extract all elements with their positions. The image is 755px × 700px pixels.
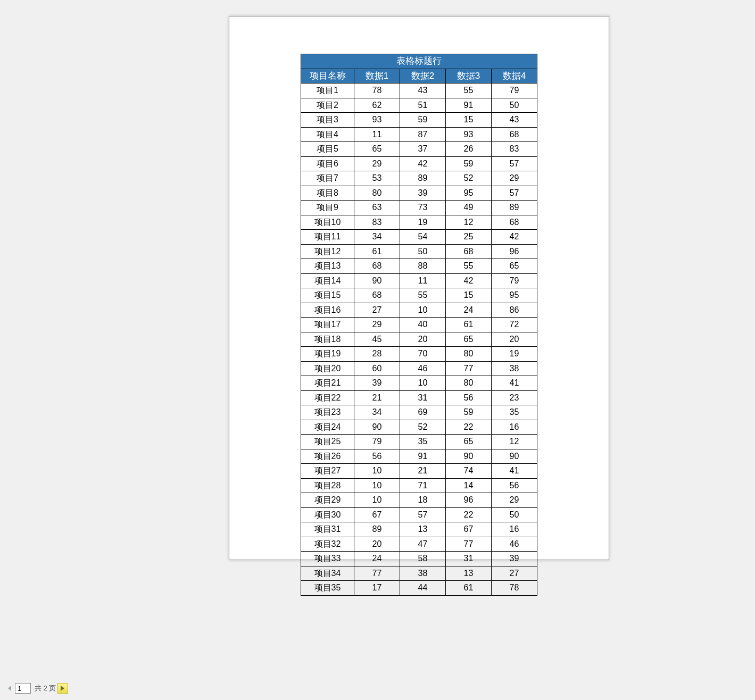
row-name-cell: 项目27	[301, 464, 354, 479]
table-row: 项目3517446178	[301, 581, 537, 596]
table-row: 项目2710217441	[301, 464, 537, 479]
row-name-cell: 项目18	[301, 332, 354, 347]
row-data-cell: 20	[492, 332, 537, 347]
row-data-cell: 77	[446, 361, 492, 376]
row-data-cell: 16	[492, 522, 537, 537]
row-data-cell: 29	[354, 156, 400, 171]
table-row: 项目2656919090	[301, 449, 537, 464]
table-row: 项目1261506896	[301, 244, 537, 259]
row-data-cell: 13	[446, 566, 492, 581]
row-data-cell: 52	[446, 171, 492, 186]
row-data-cell: 62	[354, 98, 400, 113]
row-data-cell: 19	[492, 347, 537, 362]
svg-marker-0	[8, 686, 11, 691]
row-data-cell: 18	[400, 493, 446, 508]
row-name-cell: 项目30	[301, 507, 354, 522]
table-row: 项目411879368	[301, 127, 537, 142]
table-row: 项目262519150	[301, 98, 537, 113]
table-row: 项目2221315623	[301, 390, 537, 405]
row-data-cell: 38	[400, 566, 446, 581]
row-name-cell: 项目35	[301, 581, 354, 596]
table-title: 表格标题行	[301, 54, 537, 69]
column-header: 数据2	[400, 69, 446, 84]
row-data-cell: 12	[492, 435, 537, 449]
row-data-cell: 53	[354, 171, 400, 186]
row-data-cell: 88	[400, 259, 446, 274]
row-data-cell: 95	[446, 186, 492, 201]
row-data-cell: 83	[492, 142, 537, 157]
table-row: 项目1134542542	[301, 230, 537, 245]
table-row: 项目1928708019	[301, 347, 537, 362]
table-row: 项目880399557	[301, 186, 537, 201]
row-data-cell: 31	[400, 390, 446, 405]
row-name-cell: 项目25	[301, 435, 354, 449]
row-data-cell: 21	[400, 464, 446, 479]
row-name-cell: 项目20	[301, 361, 354, 376]
row-data-cell: 28	[354, 347, 400, 362]
table-row: 项目1568551595	[301, 288, 537, 303]
row-data-cell: 73	[400, 201, 446, 215]
row-data-cell: 24	[354, 552, 400, 566]
row-name-cell: 项目32	[301, 537, 354, 552]
row-data-cell: 72	[492, 318, 537, 332]
table-row: 项目2579356512	[301, 435, 537, 449]
row-data-cell: 79	[354, 435, 400, 449]
row-data-cell: 55	[446, 259, 492, 274]
row-data-cell: 10	[354, 493, 400, 508]
svg-marker-1	[61, 686, 64, 691]
row-data-cell: 52	[400, 420, 446, 435]
row-data-cell: 13	[400, 522, 446, 537]
row-data-cell: 49	[446, 201, 492, 215]
row-data-cell: 43	[400, 84, 446, 98]
row-name-cell: 项目17	[301, 318, 354, 332]
row-data-cell: 80	[446, 347, 492, 362]
column-header: 数据1	[354, 69, 400, 84]
row-data-cell: 57	[492, 186, 537, 201]
row-name-cell: 项目16	[301, 303, 354, 318]
row-name-cell: 项目19	[301, 347, 354, 362]
row-data-cell: 86	[492, 303, 537, 318]
prev-page-button[interactable]	[6, 684, 13, 693]
row-data-cell: 39	[400, 186, 446, 201]
print-preview-page: 表格标题行 项目名称数据1数据2数据3数据4 项目178435579项目2625…	[229, 16, 609, 560]
row-data-cell: 96	[492, 244, 537, 259]
row-data-cell: 78	[492, 581, 537, 596]
table-row: 项目2060467738	[301, 361, 537, 376]
row-name-cell: 项目22	[301, 390, 354, 405]
next-page-button[interactable]	[57, 683, 68, 694]
table-row: 项目753895229	[301, 171, 537, 186]
row-data-cell: 39	[354, 376, 400, 391]
row-data-cell: 90	[446, 449, 492, 464]
row-name-cell: 项目34	[301, 566, 354, 581]
row-name-cell: 项目28	[301, 478, 354, 493]
row-data-cell: 15	[446, 288, 492, 303]
page-number-input[interactable]	[15, 683, 31, 694]
row-data-cell: 61	[446, 581, 492, 596]
table-row: 项目1368885565	[301, 259, 537, 274]
row-data-cell: 46	[492, 537, 537, 552]
table-row: 项目2139108041	[301, 376, 537, 391]
row-data-cell: 41	[492, 376, 537, 391]
row-data-cell: 45	[354, 332, 400, 347]
table-row: 项目565372683	[301, 142, 537, 157]
row-data-cell: 83	[354, 215, 400, 230]
row-data-cell: 50	[492, 98, 537, 113]
row-data-cell: 89	[492, 201, 537, 215]
table-row: 项目2810711456	[301, 478, 537, 493]
row-name-cell: 项目9	[301, 201, 354, 215]
table-row: 项目3220477746	[301, 537, 537, 552]
row-data-cell: 27	[354, 303, 400, 318]
row-data-cell: 34	[354, 405, 400, 420]
row-data-cell: 59	[446, 405, 492, 420]
row-data-cell: 47	[400, 537, 446, 552]
row-data-cell: 11	[354, 127, 400, 142]
row-data-cell: 26	[446, 142, 492, 157]
row-data-cell: 56	[354, 449, 400, 464]
row-data-cell: 65	[446, 332, 492, 347]
row-name-cell: 项目10	[301, 215, 354, 230]
row-data-cell: 91	[446, 98, 492, 113]
row-data-cell: 77	[354, 566, 400, 581]
table-row: 项目1490114279	[301, 273, 537, 288]
row-name-cell: 项目12	[301, 244, 354, 259]
row-data-cell: 23	[492, 390, 537, 405]
